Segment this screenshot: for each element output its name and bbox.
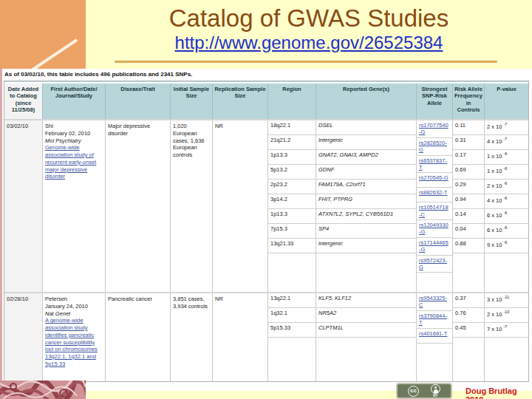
author-credit: Doug Brutlag 2010	[466, 386, 532, 399]
gene-cell: FAM179A, C2orf71	[316, 180, 416, 194]
snp-cell: rs6537837-T	[417, 156, 452, 174]
snp-cell: rs17077540-G	[417, 120, 452, 138]
pvalue-cell: 2 x 10 -6	[485, 180, 528, 194]
frequency-cell: 0.69	[453, 165, 484, 180]
region-cell: 13q22.1	[268, 293, 316, 308]
region-cell: 2p23.2	[268, 180, 316, 194]
snp-link[interactable]: rs17144465-G	[419, 239, 449, 253]
snp-link[interactable]: rs2828520-G	[419, 140, 447, 153]
slide-header: Catalog of GWAS Studies http://www.genom…	[87, 4, 531, 53]
snp-column: rs17077540-Grs2828520-Grs6537837-Trs2705…	[417, 120, 453, 292]
col-header-freq: Risk Allele Frequency in Controls	[453, 83, 485, 119]
snp-cell: rs3790844-T	[417, 311, 452, 329]
gene-cell: GNAT2, GNAI3, AMPD2	[316, 150, 416, 165]
pvalue-cell: 1 x 10 -6	[485, 165, 528, 180]
pvalue-cell: 6 x 10 -6	[485, 209, 528, 224]
journal-name: Nat Genet	[45, 310, 103, 318]
frequency-cell: 0.45	[453, 323, 484, 338]
risk-allele-frequency-column: 0.110.310.170.690.290.940.140.040.88	[453, 120, 485, 292]
pvalue-cell: 2 x 10 -7	[485, 120, 528, 135]
pvalue-cell: 4 x 10 -6	[485, 194, 528, 209]
snp-link[interactable]: rs3790844-T	[419, 313, 447, 326]
gene-cell: CLPTM1L	[316, 323, 416, 338]
snp-cell: rs401681-T	[417, 329, 452, 344]
author-cell: PetersenJanuary 24, 2010Nat GenetA genom…	[43, 293, 106, 381]
table-body: 03/02/10ShiFebruary 02, 2010Mol Psychiat…	[4, 119, 528, 381]
frequency-cell: 0.76	[453, 308, 484, 323]
gene-cell: GDNF	[316, 165, 416, 180]
pvalue-cell: 3 x 10 -11	[485, 293, 528, 308]
col-header-replication: Replication Sample Size	[213, 83, 268, 119]
snp-link[interactable]: rs9543325-C	[419, 295, 447, 308]
person-icon	[431, 384, 440, 394]
frequency-cell: 0.14	[453, 209, 484, 224]
snp-link[interactable]: rs17077540-G	[419, 122, 449, 135]
snp-cell: rs2828520-G	[417, 138, 452, 156]
author-cell: ShiFebruary 02, 2010Mol PsychiatryGenome…	[43, 120, 106, 292]
region-cell: 5p13.2	[268, 165, 316, 180]
snp-link[interactable]: rs270545-G	[419, 174, 449, 181]
region-cell: 5p15.33	[268, 323, 316, 338]
table-row: 02/28/10PetersenJanuary 24, 2010Nat Gene…	[4, 292, 528, 381]
genes-column: KLF5, KLF12NR5A2CLPTM1L	[316, 293, 417, 381]
snp-link[interactable]: rs6537837-T	[419, 157, 447, 171]
disease-trait-cell: Major depressive disorder	[106, 120, 171, 292]
frequency-cell: 0.17	[453, 150, 484, 165]
genes-column: DSELIntergenicGNAT2, GNAI3, AMPD2GDNFFAM…	[316, 120, 417, 292]
col-header-initial: Initial Sample Size	[171, 83, 213, 119]
region-column: 13q22.11q32.15p15.33	[268, 293, 316, 381]
gene-cell: KLF5, KLF12	[316, 293, 416, 308]
col-header-disease: Disease/Trait	[106, 83, 171, 119]
snp-link[interactable]: rs12049330-G	[419, 222, 449, 235]
page-title: Catalog of GWAS Studies	[87, 4, 531, 33]
frequency-cell: 0.88	[453, 239, 484, 253]
gene-cell: FHIT, PTPRG	[316, 194, 416, 209]
table-header-row: Date Added to Catalog (since 11/25/08)Fi…	[4, 83, 528, 119]
region-cell: 7p15.3	[268, 224, 316, 239]
initial-sample-cell: 1,020 European cases, 1,636 European con…	[171, 120, 213, 292]
snp-cell: rs270545-G	[417, 173, 452, 188]
frequency-cell: 0.11	[453, 120, 484, 135]
snp-cell: rs9543325-C	[417, 293, 452, 311]
frequency-cell: 0.29	[453, 180, 484, 194]
gene-cell: Intergenic	[316, 135, 416, 150]
snp-cell: rs9572423-G	[417, 256, 452, 273]
pvalue-cell: 6 x 10 -6	[485, 224, 528, 239]
snp-link[interactable]: rs401681-T	[419, 330, 447, 337]
gene-cell: ATXN7L2, SYPL2, CYB561D1	[316, 209, 416, 224]
author-name: Shi	[45, 123, 103, 130]
frequency-cell: 0.04	[453, 224, 484, 239]
author-name: Petersen	[45, 296, 103, 303]
region-cell: 1p13.3	[268, 150, 316, 165]
frequency-cell: 0.31	[453, 135, 484, 150]
snp-link[interactable]: rs882632-T	[419, 189, 447, 196]
replication-sample-cell: NR	[213, 120, 268, 292]
gene-cell: Intergenic	[316, 239, 416, 253]
corner-decoration	[0, 0, 86, 70]
gwas-table: Date Added to Catalog (since 11/25/08)Fi…	[4, 81, 529, 382]
col-header-snp: Strongest SNP-Risk Allele	[417, 83, 453, 119]
pvalue-cell: 2 x 10 -10	[485, 308, 528, 323]
risk-allele-frequency-column: 0.370.760.45	[453, 293, 485, 381]
pvalue-column: 3 x 10 -112 x 10 -107 x 10 -7	[485, 293, 528, 381]
region-cell: 18q22.1	[268, 120, 316, 135]
pvalue-cell: 9 x 10 -6	[485, 239, 528, 253]
gene-cell: NR5A2	[316, 308, 416, 323]
title-divider	[115, 61, 497, 63]
publication-date: January 24, 2010	[45, 303, 103, 310]
cc-icon: cc	[408, 386, 419, 397]
cc-by-group: BY	[431, 384, 440, 398]
col-header-genes: Reported Gene(s)	[316, 83, 417, 119]
study-title-link[interactable]: Genome-wide association study of recurre…	[45, 144, 96, 180]
snp-link[interactable]: rs9572423-G	[419, 257, 447, 270]
content-panel: As of 03/02/10, this table includes 496 …	[0, 69, 532, 391]
cc-license-badge[interactable]: cc BY	[396, 383, 452, 399]
snp-link[interactable]: rs10514718-C	[419, 204, 449, 217]
pvalue-cell: 4 x 10 -7	[485, 135, 528, 150]
gene-cell: DSEL	[316, 120, 416, 135]
study-title-link[interactable]: A genome-wide association study identifi…	[45, 317, 98, 367]
region-cell: 3p14.2	[268, 194, 316, 209]
genome-gov-link[interactable]: http://www.genome.gov/26525384	[175, 33, 443, 52]
initial-sample-cell: 3,851 cases, 3,934 controls	[171, 293, 213, 381]
gene-cell: SP4	[316, 224, 416, 239]
